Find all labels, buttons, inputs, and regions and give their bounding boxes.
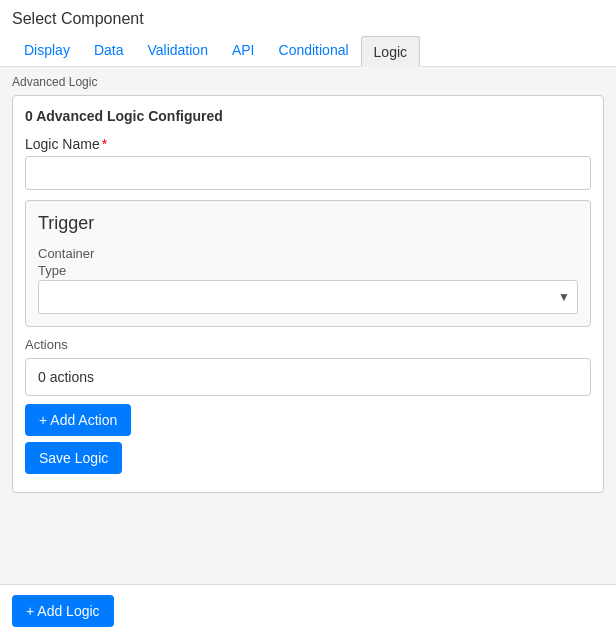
tab-display[interactable]: Display [12,36,82,66]
bottom-bar: + Add Logic [0,584,616,643]
logic-card: 0 Advanced Logic Configured Logic Name* … [12,95,604,493]
page-title: Select Component [12,10,604,28]
logic-name-field: Logic Name* [25,136,591,190]
add-action-button[interactable]: + Add Action [25,404,131,436]
trigger-type-label: Type [38,263,578,278]
tabs-container: Display Data Validation API Conditional … [12,36,604,66]
trigger-box: Trigger Container Type ▼ [25,200,591,327]
required-star: * [102,136,107,152]
add-logic-button[interactable]: + Add Logic [12,595,114,627]
trigger-type-wrapper: ▼ [38,280,578,314]
trigger-container-label: Container [38,246,578,261]
tab-logic[interactable]: Logic [361,36,420,67]
tab-data[interactable]: Data [82,36,136,66]
tab-validation[interactable]: Validation [135,36,219,66]
tab-api[interactable]: API [220,36,267,66]
actions-section: Actions 0 actions [25,337,591,396]
logic-name-input[interactable] [25,156,591,190]
content-area: Advanced Logic 0 Advanced Logic Configur… [0,67,616,640]
actions-count-box: 0 actions [25,358,591,396]
trigger-type-select[interactable] [38,280,578,314]
section-label: Advanced Logic [12,75,604,89]
page-header: Select Component Display Data Validation… [0,0,616,67]
actions-label: Actions [25,337,591,352]
trigger-title: Trigger [38,213,578,234]
tab-conditional[interactable]: Conditional [267,36,361,66]
logic-name-label: Logic Name* [25,136,591,152]
save-logic-button[interactable]: Save Logic [25,442,122,474]
logic-count-header: 0 Advanced Logic Configured [25,108,591,124]
